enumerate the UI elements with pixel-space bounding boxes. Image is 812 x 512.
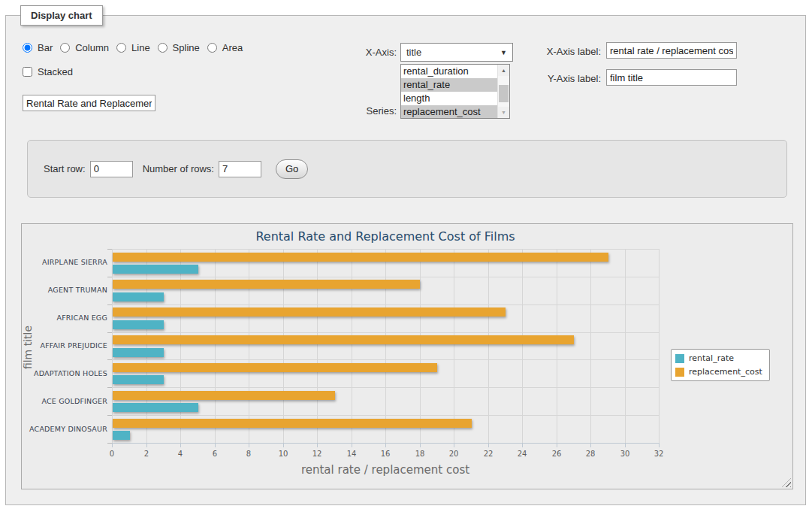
gridline-vertical	[352, 249, 352, 443]
chart-type-option-bar: Bar	[23, 42, 53, 53]
series-scrollbar[interactable]: ▲ ▼	[497, 65, 509, 118]
y-tick-mark	[107, 332, 112, 333]
plot-area: 02468101214161820222426283032	[112, 249, 659, 443]
series-listbox[interactable]: rental_durationrental_ratelengthreplacem…	[400, 64, 510, 119]
chart-type-radio-line[interactable]	[116, 43, 126, 53]
gridline-horizontal	[112, 304, 659, 305]
x-tick-mark	[283, 444, 284, 447]
x-tick-mark	[420, 444, 421, 447]
chart-type-option-line: Line	[116, 42, 150, 53]
num-rows-input[interactable]	[219, 161, 261, 177]
x-tick-mark	[215, 444, 216, 447]
x-axis-label-input[interactable]	[606, 42, 737, 59]
go-button[interactable]: Go	[276, 159, 308, 179]
fieldset-legend: Display chart	[20, 5, 103, 26]
start-row-label: Start row:	[44, 163, 86, 174]
x-axis-selected-value: title	[406, 47, 421, 58]
x-tick-mark	[625, 444, 626, 447]
chart-container: Rental Rate and Replacement Cost of Film…	[21, 223, 793, 489]
category-label: ADAPTATION HOLES	[25, 369, 107, 378]
y-tick-mark	[107, 415, 112, 416]
stacked-label: Stacked	[23, 66, 73, 77]
gridline-vertical	[420, 249, 421, 443]
gridline-vertical	[146, 249, 147, 443]
y-tick-mark	[107, 277, 112, 277]
scroll-down-icon[interactable]: ▼	[498, 107, 509, 118]
bar-replacement_cost	[113, 308, 506, 317]
y-tick-mark	[107, 359, 112, 360]
x-tick-label: 4	[167, 450, 194, 458]
chart-type-radio-spline[interactable]	[158, 43, 168, 53]
x-tick-label: 0	[98, 450, 125, 458]
x-tick-mark	[146, 444, 147, 447]
series-select-label: Series:	[331, 105, 397, 117]
scrollbar-thumb[interactable]	[499, 85, 509, 102]
series-option-replacement_cost[interactable]: replacement_cost	[401, 105, 497, 119]
category-label: AGENT TRUMAN	[25, 286, 107, 295]
gridline-vertical	[249, 249, 249, 443]
gridline-vertical	[283, 249, 284, 443]
x-tick-label: 18	[406, 450, 433, 458]
bar-rental_rate	[113, 348, 164, 357]
x-tick-label: 8	[235, 450, 262, 458]
chart-title-input[interactable]	[23, 95, 155, 111]
legend-item-rental_rate[interactable]: rental_rate	[675, 353, 762, 363]
resize-handle-icon[interactable]	[782, 478, 791, 487]
x-axis-select[interactable]: title ▼	[400, 43, 513, 62]
series-option-rental_duration[interactable]: rental_duration	[401, 65, 497, 78]
x-tick-mark	[352, 444, 352, 447]
x-tick-mark	[659, 444, 660, 447]
gridline-vertical	[659, 249, 660, 443]
series-option-length[interactable]: length	[401, 92, 497, 105]
bar-replacement_cost	[113, 253, 608, 262]
category-label: AFFAIR PREJUDICE	[25, 341, 107, 350]
chart-type-radio-area[interactable]	[207, 43, 217, 53]
x-tick-label: 30	[611, 450, 638, 458]
x-tick-mark	[454, 444, 454, 447]
category-label: ACADEMY DINOSAUR	[25, 425, 107, 434]
bar-replacement_cost	[113, 391, 335, 400]
x-tick-mark	[488, 444, 489, 447]
gridline-vertical	[215, 249, 216, 443]
chart-type-label-spline: Spline	[173, 42, 200, 53]
y-axis-label-input[interactable]	[606, 69, 737, 86]
scroll-up-icon[interactable]: ▲	[498, 65, 509, 76]
chart-legend: rental_ratereplacement_cost	[671, 349, 770, 381]
gridline-vertical	[385, 249, 386, 443]
gridline-vertical	[180, 249, 181, 443]
gridline-horizontal	[112, 249, 659, 250]
bar-rental_rate	[113, 375, 164, 384]
x-tick-mark	[249, 444, 249, 447]
start-row-input[interactable]	[90, 161, 133, 177]
stacked-checkbox-row: Stacked	[23, 66, 73, 77]
x-tick-label: 32	[645, 450, 672, 458]
x-tick-mark	[180, 444, 181, 447]
x-tick-mark	[317, 444, 318, 447]
legend-swatch-icon	[675, 368, 684, 377]
x-tick-label: 26	[543, 450, 570, 458]
x-axis-title: rental rate / replacement cost	[112, 463, 659, 477]
x-tick-mark	[522, 444, 523, 447]
stacked-checkbox[interactable]	[23, 67, 32, 77]
x-tick-label: 28	[577, 450, 604, 458]
chart-title: Rental Rate and Replacement Cost of Film…	[112, 229, 659, 244]
legend-item-replacement_cost[interactable]: replacement_cost	[675, 367, 762, 377]
legend-label: replacement_cost	[689, 367, 762, 377]
x-tick-mark	[385, 444, 386, 447]
x-tick-label: 16	[372, 450, 399, 458]
chevron-down-icon: ▼	[500, 49, 507, 56]
x-tick-label: 24	[509, 450, 536, 458]
gridline-horizontal	[112, 359, 659, 360]
series-options: rental_durationrental_ratelengthreplacem…	[401, 65, 509, 119]
x-tick-mark	[590, 444, 591, 447]
x-axis-label-label: X-Axis label:	[535, 46, 601, 57]
chart-type-radio-column[interactable]	[60, 43, 70, 53]
chart-type-option-column: Column	[60, 42, 109, 53]
series-option-rental_rate[interactable]: rental_rate	[401, 78, 497, 92]
gridline-vertical	[522, 249, 523, 443]
chart-type-radio-bar[interactable]	[23, 43, 32, 53]
bar-rental_rate	[113, 292, 164, 301]
gridline-vertical	[625, 249, 626, 443]
y-axis-label-label: Y-Axis label:	[535, 73, 601, 84]
x-axis-line	[112, 443, 660, 444]
